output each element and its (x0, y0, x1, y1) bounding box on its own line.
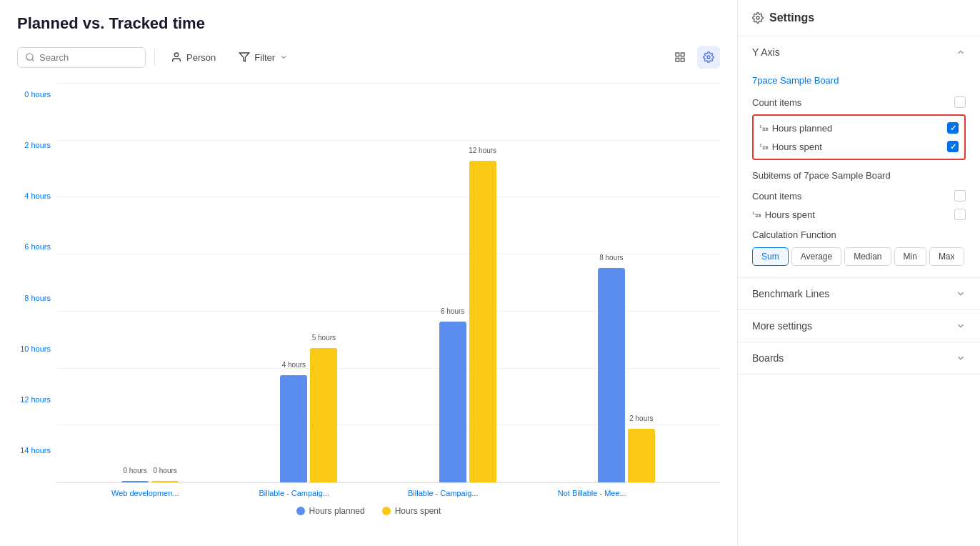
x-label-1: Web developmen... (102, 489, 188, 497)
bar-group-2: 4 hours 5 hours (280, 348, 337, 482)
sub-count-items-checkbox[interactable] (954, 190, 966, 202)
bars-container: 0 hours 0 hours (56, 83, 720, 482)
svg-line-1 (32, 59, 34, 61)
bar-group-3: 6 hours 12 hours (439, 161, 496, 482)
legend-hours-planned: Hours planned (296, 506, 365, 516)
benchmark-title: Benchmark Lines (752, 288, 829, 299)
grid-view-button[interactable] (669, 46, 691, 69)
legend-dot-yellow (382, 507, 391, 515)
svg-point-2 (174, 53, 178, 56)
x-labels: Web developmen... Billable - Campaig... … (17, 483, 720, 497)
svg-point-0 (26, 54, 33, 60)
legend-hours-spent: Hours spent (382, 506, 441, 516)
bar-pair-3: 6 hours 12 hours (439, 161, 496, 482)
y-axis-section: Y Axis 7pace Sample Board Count items (738, 36, 980, 278)
y-axis-title: Y Axis (752, 46, 780, 58)
chart-legend: Hours planned Hours spent (17, 506, 720, 516)
x-label-3: Billable - Campaig... (400, 489, 486, 497)
sub-count-items-row: Count items (752, 187, 966, 205)
toolbar-divider (154, 49, 155, 66)
y-label-12: 12 hours (17, 395, 56, 404)
bar-label-yellow-3: 12 hours (469, 147, 496, 154)
calc-max-button[interactable]: Max (929, 247, 964, 266)
bar-label-yellow-4: 2 hours (629, 415, 653, 422)
bar-label-yellow-1: 0 hours (153, 467, 176, 475)
filter-chevron-icon (279, 53, 288, 61)
sub-hours-spent-row: ¹₂₃ Hours spent (752, 205, 966, 224)
hours-planned-row: ¹₂₃ Hours planned (754, 119, 964, 137)
y-label-14: 14 hours (17, 446, 56, 455)
red-outline-box: ¹₂₃ Hours planned ¹₂₃ Hours spent (752, 114, 966, 160)
subitems-section: Subitems of 7pace Sample Board Count ite… (752, 170, 966, 224)
svg-marker-3 (240, 53, 249, 61)
sub-hours-spent-checkbox[interactable] (954, 209, 966, 220)
person-button[interactable]: Person (164, 47, 223, 67)
count-items-row: Count items (752, 93, 966, 111)
search-input[interactable] (39, 52, 138, 63)
benchmark-header[interactable]: Benchmark Lines (738, 278, 980, 309)
calc-title: Calculation Function (752, 229, 966, 240)
bar-yellow-3: 12 hours (469, 161, 496, 482)
bar-blue-3: 6 hours (439, 322, 466, 482)
hours-spent-text: Hours spent (772, 142, 822, 152)
chart-svg-area: 14 hours 12 hours 10 hours 8 hours 6 hou… (17, 83, 720, 483)
filter-icon (239, 51, 250, 63)
bar-blue-1: 0 hours (121, 481, 149, 482)
calc-sum-button[interactable]: Sum (752, 247, 789, 266)
y-axis-content: 7pace Sample Board Count items ¹₂₃ Hours (738, 68, 980, 277)
toolbar-right (669, 46, 720, 69)
hours-planned-label: ¹₂₃ Hours planned (759, 123, 832, 134)
toolbar: Person Filter (17, 46, 720, 69)
settings-title: Settings (769, 11, 814, 24)
svg-point-8 (707, 56, 710, 59)
boards-header[interactable]: Boards (738, 342, 980, 374)
svg-rect-5 (681, 53, 684, 56)
settings-gear-icon (752, 12, 764, 24)
boards-chevron-icon (956, 353, 966, 363)
page-title: Planned vs. Tracked time (17, 14, 720, 33)
x-label-2: Billable - Campaig... (251, 489, 337, 497)
count-items-label: Count items (752, 97, 801, 108)
filter-button[interactable]: Filter (231, 47, 295, 67)
num-icon-planned: ¹₂₃ (759, 124, 768, 133)
more-settings-header[interactable]: More settings (738, 310, 980, 342)
settings-toggle-button[interactable] (697, 46, 720, 69)
hours-planned-checkbox[interactable] (947, 122, 959, 134)
subitems-title: Subitems of 7pace Sample Board (752, 170, 966, 181)
bar-label-blue-1: 0 hours (123, 467, 146, 475)
legend-dot-blue (296, 507, 305, 515)
person-icon (171, 51, 182, 63)
svg-rect-4 (676, 53, 679, 56)
search-icon (25, 52, 35, 62)
svg-rect-7 (681, 58, 684, 61)
boards-section: Boards (738, 342, 980, 374)
y-label-10: 10 hours (17, 344, 56, 353)
y-axis-header[interactable]: Y Axis (738, 36, 980, 68)
filter-label: Filter (254, 52, 275, 63)
chart-plot: 0 hours 0 hours (56, 83, 720, 483)
board-name: 7pace Sample Board (752, 75, 966, 86)
boards-title: Boards (752, 352, 784, 364)
calc-median-button[interactable]: Median (844, 247, 891, 266)
count-items-checkbox[interactable] (954, 96, 966, 108)
settings-header: Settings (738, 0, 980, 36)
y-label-0: 0 hours (17, 90, 56, 99)
hours-spent-checkbox[interactable] (947, 141, 959, 152)
sub-count-items-text: Count items (752, 191, 801, 202)
bar-pair-2: 4 hours 5 hours (280, 348, 337, 482)
grid-icon (674, 51, 686, 63)
calc-average-button[interactable]: Average (791, 247, 841, 266)
search-box[interactable] (17, 47, 146, 68)
y-label-6: 6 hours (17, 242, 56, 251)
benchmark-section: Benchmark Lines (738, 278, 980, 310)
bar-label-yellow-2: 5 hours (312, 334, 336, 342)
bar-pair-4: 8 hours 2 hours (598, 268, 655, 482)
sub-num-icon: ¹₂₃ (752, 210, 761, 219)
chart-area: Planned vs. Tracked time Person (0, 0, 737, 546)
settings-icon (703, 51, 714, 63)
hours-spent-row: ¹₂₃ Hours spent (754, 137, 964, 156)
calc-min-button[interactable]: Min (894, 247, 926, 266)
sub-hours-spent-text: Hours spent (765, 209, 815, 220)
hours-spent-label: ¹₂₃ Hours spent (759, 142, 822, 152)
person-label: Person (186, 52, 216, 63)
